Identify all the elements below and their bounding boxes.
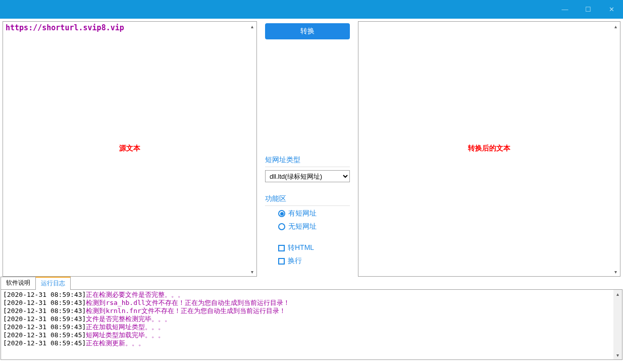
source-url-text: https://shorturl.svip8.vip [6, 23, 124, 32]
log-line: [2020-12-31 08:59:45]短网址类型加载完毕。。。 [3, 331, 620, 339]
close-icon: ✕ [609, 6, 614, 13]
shorturl-type-section: 短网址类型 dll.ltd(绿标短网址) [263, 155, 352, 182]
log-timestamp: [2020-12-31 08:59:43] [3, 323, 86, 331]
log-timestamp: [2020-12-31 08:59:43] [3, 291, 86, 298]
checkbox-icon [278, 258, 285, 265]
log-line: [2020-12-31 08:59:43]正在加载短网址类型。。。 [3, 323, 620, 331]
function-section: 功能区 有短网址 无短网址 转HTML 换行 [263, 194, 352, 270]
main-content: https://shorturl.svip8.vip 源文本 ▴ ▾ 转换 短网… [0, 19, 623, 276]
result-panel[interactable]: 转换后的文本 ▴ ▾ [358, 21, 620, 277]
log-line: [2020-12-31 08:59:43]正在检测必要文件是否完整。。。 [3, 291, 620, 299]
close-button[interactable]: ✕ [600, 0, 623, 19]
result-label: 转换后的文本 [468, 144, 510, 153]
scroll-up-icon[interactable]: ▴ [248, 22, 256, 30]
maximize-icon: ☐ [585, 6, 591, 13]
check-label: 换行 [288, 256, 302, 266]
radio-no-short[interactable]: 无短网址 [278, 222, 350, 231]
log-line: [2020-12-31 08:59:43]检测到krnln.fnr文件不存在！正… [3, 307, 620, 315]
divider [265, 205, 350, 206]
scroll-down-icon[interactable]: ▾ [611, 268, 619, 276]
source-panel[interactable]: https://shorturl.svip8.vip 源文本 ▴ ▾ [3, 21, 257, 277]
scroll-down-icon[interactable]: ▾ [248, 268, 256, 276]
radio-label: 无短网址 [288, 222, 317, 231]
log-timestamp: [2020-12-31 08:59:45] [3, 339, 86, 347]
check-wrap[interactable]: 换行 [278, 256, 350, 266]
log-timestamp: [2020-12-31 08:59:43] [3, 315, 86, 323]
radio-has-short[interactable]: 有短网址 [278, 209, 350, 218]
log-timestamp: [2020-12-31 08:59:43] [3, 299, 86, 306]
scroll-up-icon[interactable]: ▴ [613, 290, 622, 298]
shorturl-type-label: 短网址类型 [265, 155, 350, 165]
checks-group: 转HTML 换行 [265, 243, 350, 266]
log-message: 正在检测必要文件是否完整。。。 [86, 291, 184, 298]
checkbox-icon [278, 245, 285, 251]
log-scrollbar[interactable]: ▴ ▾ [613, 290, 622, 359]
log-message: 文件是否完整检测完毕。。。 [86, 315, 171, 323]
log-line: [2020-12-31 08:59:43]检测到rsa_hb.dll文件不存在！… [3, 299, 620, 307]
radio-label: 有短网址 [288, 209, 317, 218]
maximize-button[interactable]: ☐ [577, 0, 600, 19]
scroll-up-icon[interactable]: ▴ [611, 22, 619, 30]
log-line: [2020-12-31 08:59:45]正在检测更新。。。 [3, 339, 620, 347]
log-message: 检测到rsa_hb.dll文件不存在！正在为您自动生成到当前运行目录！ [86, 299, 289, 306]
tabs-bar: 软件说明 运行日志 [1, 277, 622, 290]
log-message: 短网址类型加载完毕。。。 [86, 331, 165, 339]
log-message: 正在加载短网址类型。。。 [86, 323, 165, 331]
tab-log[interactable]: 运行日志 [35, 277, 71, 289]
divider [265, 167, 350, 167]
minimize-icon: — [562, 6, 568, 13]
log-line: [2020-12-31 08:59:43]文件是否完整检测完毕。。。 [3, 315, 620, 323]
log-content: [2020-12-31 08:59:43]正在检测必要文件是否完整。。。 [20… [1, 290, 622, 348]
log-panel: [2020-12-31 08:59:43]正在检测必要文件是否完整。。。 [20… [1, 289, 622, 360]
tab-info[interactable]: 软件说明 [1, 277, 36, 289]
log-timestamp: [2020-12-31 08:59:45] [3, 331, 86, 339]
check-to-html[interactable]: 转HTML [278, 243, 350, 252]
convert-button[interactable]: 转换 [265, 23, 350, 39]
controls-column: 转换 短网址类型 dll.ltd(绿标短网址) 功能区 有短网址 无短网址 [263, 21, 352, 274]
log-message: 正在检测更新。。。 [86, 339, 145, 347]
log-message: 检测到krnln.fnr文件不存在！正在为您自动生成到当前运行目录！ [86, 307, 285, 315]
log-timestamp: [2020-12-31 08:59:43] [3, 307, 86, 315]
radio-icon [278, 210, 285, 217]
function-label: 功能区 [265, 194, 350, 203]
check-label: 转HTML [288, 243, 314, 252]
scroll-down-icon[interactable]: ▾ [613, 351, 622, 359]
radio-icon [278, 223, 285, 230]
shorturl-type-select[interactable]: dll.ltd(绿标短网址) [265, 170, 350, 182]
window-titlebar: — ☐ ✕ [0, 0, 623, 19]
minimize-button[interactable]: — [553, 0, 577, 19]
source-label: 源文本 [119, 144, 140, 153]
scroll-track[interactable] [613, 298, 622, 351]
